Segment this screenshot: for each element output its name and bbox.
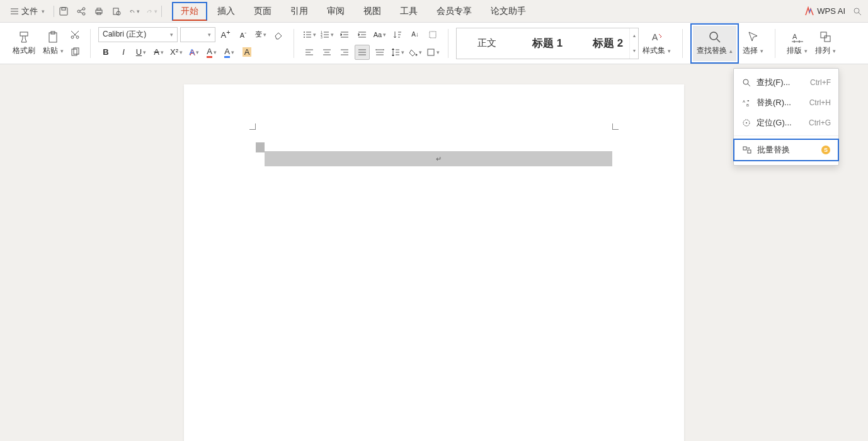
tab-references[interactable]: 引用: [282, 2, 317, 21]
style-normal[interactable]: 正文: [457, 37, 517, 49]
italic-button[interactable]: I: [116, 45, 131, 60]
select-button[interactable]: 选择▾: [739, 26, 767, 61]
svg-point-20: [304, 37, 305, 38]
print-button[interactable]: [93, 6, 105, 17]
decrease-indent-button[interactable]: [337, 27, 352, 42]
share-button[interactable]: [76, 6, 87, 17]
svg-rect-38: [748, 150, 751, 153]
arrange-button[interactable]: 排列▾: [811, 26, 840, 61]
eraser-icon: [273, 30, 283, 40]
copy-button[interactable]: [67, 45, 83, 60]
style-set-label: 样式集: [642, 45, 665, 56]
bold-button[interactable]: B: [98, 45, 113, 60]
justify-button[interactable]: [355, 45, 370, 60]
tab-view[interactable]: 视图: [355, 2, 390, 21]
selection-line: ↵: [265, 151, 612, 166]
svg-point-36: [746, 122, 747, 123]
underline-button[interactable]: U▾: [134, 45, 149, 60]
svg-point-3: [83, 8, 85, 10]
find-replace-button[interactable]: 查找替换▴: [693, 26, 736, 61]
phonetic-guide-button[interactable]: 变▾: [253, 27, 268, 42]
borders-button[interactable]: ▾: [425, 45, 440, 60]
dropdown-find[interactable]: 查找(F)... Ctrl+F: [734, 72, 838, 93]
highlight-button[interactable]: A▾: [204, 45, 219, 60]
indent-icon: [358, 30, 367, 39]
gallery-scroll-down[interactable]: ▾: [630, 43, 638, 59]
superscript-button[interactable]: X²▾: [169, 45, 184, 60]
style-heading1[interactable]: 标题 1: [517, 36, 578, 50]
search-button[interactable]: [852, 6, 863, 17]
svg-point-25: [415, 54, 417, 55]
paste-button[interactable]: 粘贴▾: [39, 26, 67, 61]
wps-ai-button[interactable]: WPS AI: [804, 6, 845, 16]
print-preview-button[interactable]: [111, 6, 122, 17]
grow-font-button[interactable]: A+: [218, 27, 233, 42]
layout-button[interactable]: A 排版▾: [783, 26, 811, 61]
text-selection[interactable]: ↵: [256, 142, 612, 168]
undo-button[interactable]: ▾: [128, 6, 140, 17]
tab-insert[interactable]: 插入: [208, 2, 244, 21]
redo-button[interactable]: ▾: [146, 6, 157, 17]
clear-formatting-button[interactable]: [271, 27, 286, 42]
change-case-button[interactable]: Aa▾: [372, 27, 387, 42]
svg-text:3: 3: [321, 35, 323, 39]
tab-review[interactable]: 审阅: [318, 2, 353, 21]
phonetic-icon: 变: [255, 30, 262, 39]
save-button[interactable]: [58, 6, 69, 17]
tab-tools[interactable]: 工具: [391, 2, 426, 21]
tab-member[interactable]: 会员专享: [428, 2, 481, 21]
print-icon: [94, 6, 104, 16]
style-set-button[interactable]: A 样式集▾: [639, 26, 675, 61]
bucket-icon: [409, 48, 418, 57]
dropdown-goto[interactable]: 定位(G)... Ctrl+G: [734, 113, 838, 133]
document-page[interactable]: ↵: [184, 84, 684, 441]
separator: [775, 29, 775, 58]
select-label: 选择: [743, 45, 758, 56]
increase-indent-button[interactable]: [355, 27, 370, 42]
char-shading-button[interactable]: A: [239, 45, 254, 60]
separator: [54, 6, 54, 17]
outdent-icon: [340, 30, 349, 39]
search-icon: [852, 6, 862, 16]
dropdown-replace[interactable]: AB 替换(R)... Ctrl+H: [734, 93, 838, 113]
justify-icon: [358, 48, 367, 57]
shading-button[interactable]: ▾: [408, 45, 423, 60]
file-menu[interactable]: 文件 ▾: [5, 3, 50, 20]
text-dir-icon: A↓: [411, 31, 419, 38]
svg-rect-1: [62, 8, 66, 10]
align-center-button[interactable]: [319, 45, 334, 60]
format-painter-button[interactable]: 格式刷: [9, 26, 39, 61]
distribute-button[interactable]: [372, 45, 387, 60]
font-color-button[interactable]: A▾: [222, 45, 237, 60]
cursor-icon: [746, 30, 760, 44]
replace-label: 替换(R)...: [757, 97, 804, 108]
copy-icon: [70, 47, 80, 57]
gallery-scroll-up[interactable]: ▴: [630, 28, 638, 43]
separator: [90, 29, 91, 58]
shrink-font-button[interactable]: A-: [236, 27, 251, 42]
tab-home[interactable]: 开始: [172, 2, 207, 21]
svg-point-28: [710, 32, 717, 40]
distribute-icon: [375, 48, 384, 57]
strikethrough-button[interactable]: A▾: [151, 45, 166, 60]
tab-thesis[interactable]: 论文助手: [482, 2, 535, 21]
align-right-button[interactable]: [337, 45, 352, 60]
dropdown-batch-replace[interactable]: 批量替换 S: [733, 139, 839, 161]
superscript-icon: X²: [170, 47, 178, 57]
arrange-label: 排列: [815, 45, 830, 56]
number-list-button[interactable]: 123▾: [319, 27, 334, 42]
styles-gallery[interactable]: 正文 标题 1 标题 2 ▴ ▾: [456, 28, 639, 59]
text-direction-button[interactable]: A↓: [408, 27, 423, 42]
font-size-selector[interactable]: ▾: [180, 27, 215, 42]
show-marks-button[interactable]: [425, 27, 440, 42]
bullet-list-button[interactable]: ▾: [302, 27, 317, 42]
line-spacing-button[interactable]: ▾: [390, 45, 405, 60]
font-selector[interactable]: Calibri (正文)▾: [98, 27, 178, 42]
tab-page[interactable]: 页面: [245, 2, 280, 21]
cut-button[interactable]: [67, 27, 83, 42]
text-effects-button[interactable]: A▾: [186, 45, 202, 60]
svg-point-14: [71, 36, 74, 38]
sort-button[interactable]: [390, 27, 405, 42]
align-left-button[interactable]: [302, 45, 317, 60]
batch-replace-label: 批量替换: [757, 144, 816, 156]
